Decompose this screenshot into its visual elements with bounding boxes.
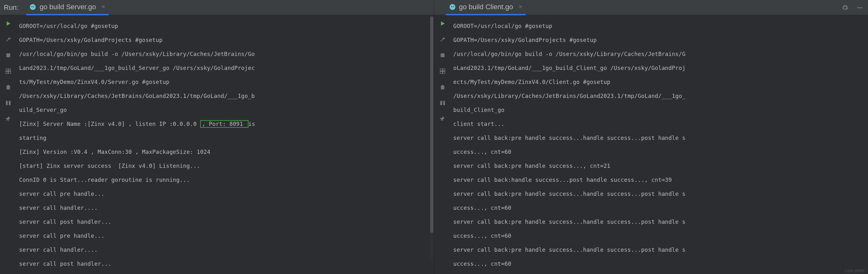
console-output-right[interactable]: GOROOT=/usr/local/go #gosetupGOPATH=/Use… bbox=[451, 15, 868, 274]
console-line: /usr/local/go/bin/go build -o /Users/xsk… bbox=[19, 47, 431, 61]
columns-icon[interactable] bbox=[438, 99, 447, 107]
console-line: GOROOT=/usr/local/go #gosetup bbox=[454, 19, 866, 33]
console-line: ts/MyTest/myDemo/ZinxV4.0/Server.go #gos… bbox=[19, 75, 431, 89]
console-line: server call post handler... bbox=[19, 215, 431, 229]
console-line: /Users/xsky/Library/Caches/JetBrains/GoL… bbox=[19, 89, 431, 103]
layout-icon[interactable] bbox=[4, 67, 13, 76]
svg-point-1 bbox=[31, 6, 32, 7]
trash-icon[interactable] bbox=[438, 83, 447, 92]
console-line: GOPATH=/Users/xsky/GolandProjects #goset… bbox=[19, 33, 431, 47]
tab-bar-right: go build Client.go ✕ bbox=[434, 0, 868, 15]
pane-body-left: GOROOT=/usr/local/go #gosetupGOPATH=/Use… bbox=[0, 15, 434, 274]
svg-point-0 bbox=[30, 4, 36, 9]
stop-button[interactable] bbox=[4, 51, 13, 60]
console-line: /Users/xsky/Library/Caches/JetBrains/GoL… bbox=[454, 89, 866, 103]
trash-icon[interactable] bbox=[4, 83, 13, 92]
console-line: server call back:pre handle success...ha… bbox=[454, 131, 866, 145]
gear-icon[interactable] bbox=[841, 3, 849, 12]
console-line: server call back:pre handle success...ha… bbox=[454, 215, 866, 229]
console-line: GOROOT=/usr/local/go #gosetup bbox=[19, 19, 431, 33]
tab-title: go build Client.go bbox=[459, 3, 513, 11]
svg-rect-4 bbox=[6, 101, 8, 105]
right-tools bbox=[841, 0, 864, 15]
console-line: uccess..., cnt=60 bbox=[454, 229, 866, 243]
console-line: uccess..., cnt=60 bbox=[454, 201, 866, 215]
console-line: [start] Zinx server success [Zinx v4.0] … bbox=[19, 159, 431, 173]
svg-point-7 bbox=[451, 6, 452, 7]
console-line: GOPATH=/Users/xsky/GolandProjects #goset… bbox=[454, 33, 866, 47]
console-line: starting bbox=[19, 131, 431, 145]
console-line: client start... bbox=[454, 117, 866, 131]
console-line: uild_Server_go bbox=[19, 103, 431, 117]
console-line: /usr/local/go/bin/go build -o /Users/xsk… bbox=[454, 47, 866, 61]
svg-rect-3 bbox=[6, 54, 10, 57]
rerun-button[interactable] bbox=[4, 19, 13, 28]
stop-button[interactable] bbox=[438, 51, 447, 60]
console-line: oLand2023.1/tmp/GoLand/___1go_build_Clie… bbox=[454, 61, 866, 75]
console-line: Land2023.1/tmp/GoLand/___1go_build_Serve… bbox=[19, 61, 431, 75]
svg-point-6 bbox=[449, 4, 455, 9]
console-line: [Zinx] Server Name :[Zinx v4.0] , listen… bbox=[19, 117, 431, 131]
pane-body-right: GOROOT=/usr/local/go #gosetupGOPATH=/Use… bbox=[434, 15, 868, 274]
go-icon bbox=[449, 3, 456, 10]
scrollbar-left[interactable] bbox=[430, 16, 433, 258]
svg-point-8 bbox=[453, 6, 454, 7]
left-pane: Run: go build Server.go ✕ GOROOT=/usr/lo… bbox=[0, 0, 434, 274]
tab-bar-left: Run: go build Server.go ✕ bbox=[0, 0, 434, 15]
console-line: server call back:handle success...post h… bbox=[454, 173, 866, 187]
svg-rect-10 bbox=[441, 54, 444, 57]
tab-client[interactable]: go build Client.go ✕ bbox=[446, 0, 526, 15]
console-line: server call pre handle... bbox=[19, 271, 431, 274]
pin-icon[interactable] bbox=[4, 114, 13, 123]
tab-title: go build Server.go bbox=[39, 3, 96, 11]
console-line: build_Client_go bbox=[454, 103, 866, 117]
console-line: server call back:pre handle success...ha… bbox=[454, 187, 866, 201]
pin-icon[interactable] bbox=[438, 114, 447, 123]
console-line: ConnID 0 is Start...reader goroutine is … bbox=[19, 173, 431, 187]
console-line: server call pre handle... bbox=[19, 229, 431, 243]
toolbar-left bbox=[0, 15, 17, 274]
minimize-icon[interactable] bbox=[855, 3, 864, 12]
go-icon bbox=[29, 3, 36, 10]
port-highlight: , Port: 8091 bbox=[200, 120, 248, 128]
console-line: uccess..., cnt=60 bbox=[454, 145, 866, 159]
console-line: server call handler.... bbox=[19, 201, 431, 215]
console-line: server call post handler... bbox=[19, 257, 431, 271]
columns-icon[interactable] bbox=[4, 99, 13, 107]
console-output-left[interactable]: GOROOT=/usr/local/go #gosetupGOPATH=/Use… bbox=[17, 15, 434, 274]
run-label: Run: bbox=[4, 3, 19, 12]
svg-rect-9 bbox=[857, 7, 863, 8]
close-icon[interactable]: ✕ bbox=[101, 4, 105, 10]
console-line: server call back:pre handle success...ha… bbox=[454, 243, 866, 257]
console-line: server call handler.... bbox=[19, 243, 431, 257]
console-line: ects/MyTest/myDemo/ZinxV4.0/Client.go #g… bbox=[454, 75, 866, 89]
watermark: CSDN @NPE~ bbox=[844, 269, 866, 273]
close-icon[interactable]: ✕ bbox=[518, 4, 523, 10]
run-tool-window: Run: go build Server.go ✕ GOROOT=/usr/lo… bbox=[0, 0, 868, 274]
svg-rect-12 bbox=[443, 101, 445, 105]
console-line: [Zinx] Version :V0.4 , MaxConn:30 , MaxP… bbox=[19, 145, 431, 159]
tab-server[interactable]: go build Server.go ✕ bbox=[26, 0, 108, 15]
wrench-icon[interactable] bbox=[438, 35, 447, 44]
layout-icon[interactable] bbox=[438, 67, 447, 76]
rerun-button[interactable] bbox=[438, 19, 447, 28]
console-line: uccess..., cnt=60 bbox=[454, 257, 866, 271]
wrench-icon[interactable] bbox=[4, 35, 13, 44]
svg-point-2 bbox=[33, 6, 34, 7]
toolbar-right bbox=[434, 15, 451, 274]
console-line: server call pre handle... bbox=[19, 187, 431, 201]
svg-rect-5 bbox=[9, 101, 11, 105]
scroll-thumb[interactable] bbox=[430, 16, 433, 233]
right-pane: go build Client.go ✕ GOROOT=/usr/local/g… bbox=[434, 0, 868, 274]
svg-rect-11 bbox=[440, 101, 442, 105]
console-line: server call back:pre handle success..., … bbox=[454, 159, 866, 173]
